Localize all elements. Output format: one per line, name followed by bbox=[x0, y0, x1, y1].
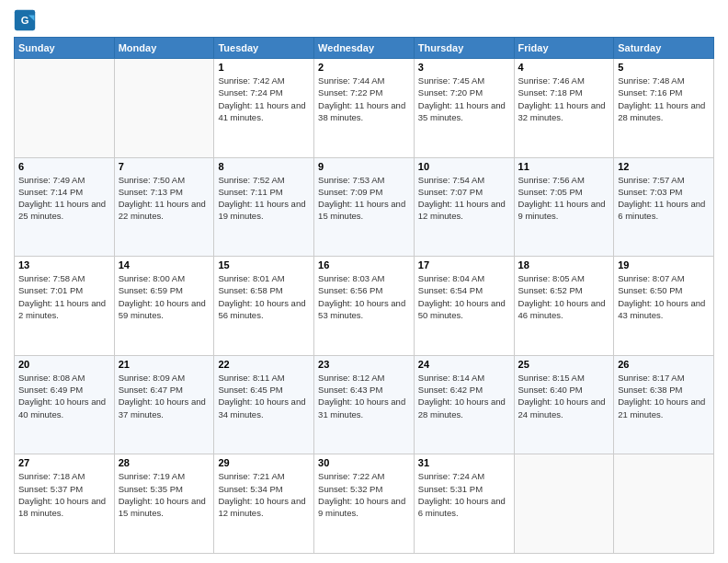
day-of-week-saturday: Saturday bbox=[614, 38, 714, 59]
calendar-cell: 19Sunrise: 8:07 AMSunset: 6:50 PMDayligh… bbox=[614, 257, 714, 356]
calendar-page: G SundayMondayTuesdayWednesdayThursdayFr… bbox=[0, 0, 728, 563]
day-of-week-monday: Monday bbox=[114, 38, 214, 59]
day-number: 19 bbox=[618, 259, 710, 270]
day-info: Sunrise: 7:57 AMSunset: 7:03 PMDaylight:… bbox=[618, 174, 710, 223]
day-number: 14 bbox=[119, 259, 210, 270]
day-of-week-thursday: Thursday bbox=[414, 38, 514, 59]
day-number: 30 bbox=[318, 457, 410, 468]
day-info: Sunrise: 7:52 AMSunset: 7:11 PMDaylight:… bbox=[218, 174, 310, 223]
calendar-cell bbox=[114, 59, 214, 158]
day-info: Sunrise: 7:42 AMSunset: 7:24 PMDaylight:… bbox=[218, 75, 310, 123]
calendar-cell: 18Sunrise: 8:05 AMSunset: 6:52 PMDayligh… bbox=[514, 257, 614, 356]
day-info: Sunrise: 7:24 AMSunset: 5:31 PMDaylight:… bbox=[418, 470, 510, 519]
calendar-cell: 24Sunrise: 8:14 AMSunset: 6:42 PMDayligh… bbox=[414, 355, 514, 454]
week-row-2: 6Sunrise: 7:49 AMSunset: 7:14 PMDaylight… bbox=[15, 157, 714, 257]
day-number: 10 bbox=[418, 161, 510, 172]
day-number: 22 bbox=[218, 359, 310, 370]
day-number: 8 bbox=[218, 161, 310, 172]
day-info: Sunrise: 8:14 AMSunset: 6:42 PMDaylight:… bbox=[418, 372, 510, 420]
day-info: Sunrise: 8:17 AMSunset: 6:38 PMDaylight:… bbox=[618, 372, 710, 420]
day-of-week-wednesday: Wednesday bbox=[314, 38, 415, 59]
calendar-cell: 20Sunrise: 8:08 AMSunset: 6:49 PMDayligh… bbox=[15, 355, 115, 454]
day-info: Sunrise: 7:49 AMSunset: 7:14 PMDaylight:… bbox=[18, 174, 110, 223]
day-info: Sunrise: 8:03 AMSunset: 6:56 PMDaylight:… bbox=[318, 272, 410, 321]
day-number: 1 bbox=[218, 62, 310, 73]
day-number: 6 bbox=[18, 161, 110, 172]
logo: G bbox=[14, 9, 40, 31]
calendar-cell: 31Sunrise: 7:24 AMSunset: 5:31 PMDayligh… bbox=[414, 454, 514, 554]
day-info: Sunrise: 8:00 AMSunset: 6:59 PMDaylight:… bbox=[119, 272, 210, 321]
day-number: 28 bbox=[119, 457, 210, 468]
svg-text:G: G bbox=[21, 15, 29, 26]
calendar-cell: 13Sunrise: 7:58 AMSunset: 7:01 PMDayligh… bbox=[15, 257, 115, 356]
calendar-cell: 7Sunrise: 7:50 AMSunset: 7:13 PMDaylight… bbox=[114, 157, 214, 257]
calendar-cell: 22Sunrise: 8:11 AMSunset: 6:45 PMDayligh… bbox=[214, 355, 314, 454]
day-of-week-tuesday: Tuesday bbox=[214, 38, 314, 59]
calendar-cell: 16Sunrise: 8:03 AMSunset: 6:56 PMDayligh… bbox=[314, 257, 415, 356]
day-info: Sunrise: 8:11 AMSunset: 6:45 PMDaylight:… bbox=[218, 372, 310, 420]
day-number: 2 bbox=[318, 62, 410, 73]
day-number: 21 bbox=[119, 359, 210, 370]
day-info: Sunrise: 7:50 AMSunset: 7:13 PMDaylight:… bbox=[119, 174, 210, 223]
calendar-cell: 23Sunrise: 8:12 AMSunset: 6:43 PMDayligh… bbox=[314, 355, 415, 454]
day-number: 23 bbox=[318, 359, 410, 370]
calendar-cell: 2Sunrise: 7:44 AMSunset: 7:22 PMDaylight… bbox=[314, 59, 415, 158]
calendar-cell: 12Sunrise: 7:57 AMSunset: 7:03 PMDayligh… bbox=[614, 157, 714, 257]
calendar-cell: 8Sunrise: 7:52 AMSunset: 7:11 PMDaylight… bbox=[214, 157, 314, 257]
day-number: 24 bbox=[418, 359, 510, 370]
day-info: Sunrise: 7:54 AMSunset: 7:07 PMDaylight:… bbox=[418, 174, 510, 223]
calendar-cell: 5Sunrise: 7:48 AMSunset: 7:16 PMDaylight… bbox=[614, 59, 714, 158]
day-info: Sunrise: 7:19 AMSunset: 5:35 PMDaylight:… bbox=[119, 470, 210, 519]
calendar-cell bbox=[15, 59, 115, 158]
day-number: 7 bbox=[119, 161, 210, 172]
day-number: 29 bbox=[218, 457, 310, 468]
calendar-cell: 15Sunrise: 8:01 AMSunset: 6:58 PMDayligh… bbox=[214, 257, 314, 356]
day-info: Sunrise: 7:22 AMSunset: 5:32 PMDaylight:… bbox=[318, 470, 410, 519]
calendar-cell: 14Sunrise: 8:00 AMSunset: 6:59 PMDayligh… bbox=[114, 257, 214, 356]
week-row-5: 27Sunrise: 7:18 AMSunset: 5:37 PMDayligh… bbox=[15, 454, 714, 554]
day-number: 25 bbox=[518, 359, 610, 370]
calendar-cell: 9Sunrise: 7:53 AMSunset: 7:09 PMDaylight… bbox=[314, 157, 415, 257]
calendar-cell bbox=[614, 454, 714, 554]
day-number: 16 bbox=[318, 259, 410, 270]
day-of-week-friday: Friday bbox=[514, 38, 614, 59]
day-info: Sunrise: 8:15 AMSunset: 6:40 PMDaylight:… bbox=[518, 372, 610, 420]
day-of-week-sunday: Sunday bbox=[15, 38, 115, 59]
day-info: Sunrise: 8:01 AMSunset: 6:58 PMDaylight:… bbox=[218, 272, 310, 321]
calendar-cell: 30Sunrise: 7:22 AMSunset: 5:32 PMDayligh… bbox=[314, 454, 415, 554]
calendar-header: SundayMondayTuesdayWednesdayThursdayFrid… bbox=[15, 38, 714, 59]
day-info: Sunrise: 7:21 AMSunset: 5:34 PMDaylight:… bbox=[218, 470, 310, 519]
day-number: 9 bbox=[318, 161, 410, 172]
day-number: 26 bbox=[618, 359, 710, 370]
calendar-cell: 11Sunrise: 7:56 AMSunset: 7:05 PMDayligh… bbox=[514, 157, 614, 257]
calendar-cell bbox=[514, 454, 614, 554]
calendar-cell: 1Sunrise: 7:42 AMSunset: 7:24 PMDaylight… bbox=[214, 59, 314, 158]
day-info: Sunrise: 8:12 AMSunset: 6:43 PMDaylight:… bbox=[318, 372, 410, 420]
day-number: 31 bbox=[418, 457, 510, 468]
day-info: Sunrise: 8:05 AMSunset: 6:52 PMDaylight:… bbox=[518, 272, 610, 321]
day-info: Sunrise: 7:48 AMSunset: 7:16 PMDaylight:… bbox=[618, 75, 710, 123]
header-row: SundayMondayTuesdayWednesdayThursdayFrid… bbox=[15, 38, 714, 59]
day-info: Sunrise: 7:56 AMSunset: 7:05 PMDaylight:… bbox=[518, 174, 610, 223]
day-number: 17 bbox=[418, 259, 510, 270]
day-info: Sunrise: 8:09 AMSunset: 6:47 PMDaylight:… bbox=[119, 372, 210, 420]
day-info: Sunrise: 7:44 AMSunset: 7:22 PMDaylight:… bbox=[318, 75, 410, 123]
week-row-1: 1Sunrise: 7:42 AMSunset: 7:24 PMDaylight… bbox=[15, 59, 714, 158]
day-number: 11 bbox=[518, 161, 610, 172]
calendar-cell: 25Sunrise: 8:15 AMSunset: 6:40 PMDayligh… bbox=[514, 355, 614, 454]
day-info: Sunrise: 7:45 AMSunset: 7:20 PMDaylight:… bbox=[418, 75, 510, 123]
day-number: 27 bbox=[18, 457, 110, 468]
week-row-3: 13Sunrise: 7:58 AMSunset: 7:01 PMDayligh… bbox=[15, 257, 714, 356]
calendar-table: SundayMondayTuesdayWednesdayThursdayFrid… bbox=[14, 37, 714, 554]
day-number: 18 bbox=[518, 259, 610, 270]
day-number: 5 bbox=[618, 62, 710, 73]
day-info: Sunrise: 7:46 AMSunset: 7:18 PMDaylight:… bbox=[518, 75, 610, 123]
header: G bbox=[14, 9, 714, 31]
calendar-cell: 10Sunrise: 7:54 AMSunset: 7:07 PMDayligh… bbox=[414, 157, 514, 257]
day-info: Sunrise: 8:08 AMSunset: 6:49 PMDaylight:… bbox=[18, 372, 110, 420]
calendar-cell: 27Sunrise: 7:18 AMSunset: 5:37 PMDayligh… bbox=[15, 454, 115, 554]
day-number: 4 bbox=[518, 62, 610, 73]
calendar-cell: 21Sunrise: 8:09 AMSunset: 6:47 PMDayligh… bbox=[114, 355, 214, 454]
logo-icon: G bbox=[14, 9, 36, 31]
calendar-cell: 28Sunrise: 7:19 AMSunset: 5:35 PMDayligh… bbox=[114, 454, 214, 554]
